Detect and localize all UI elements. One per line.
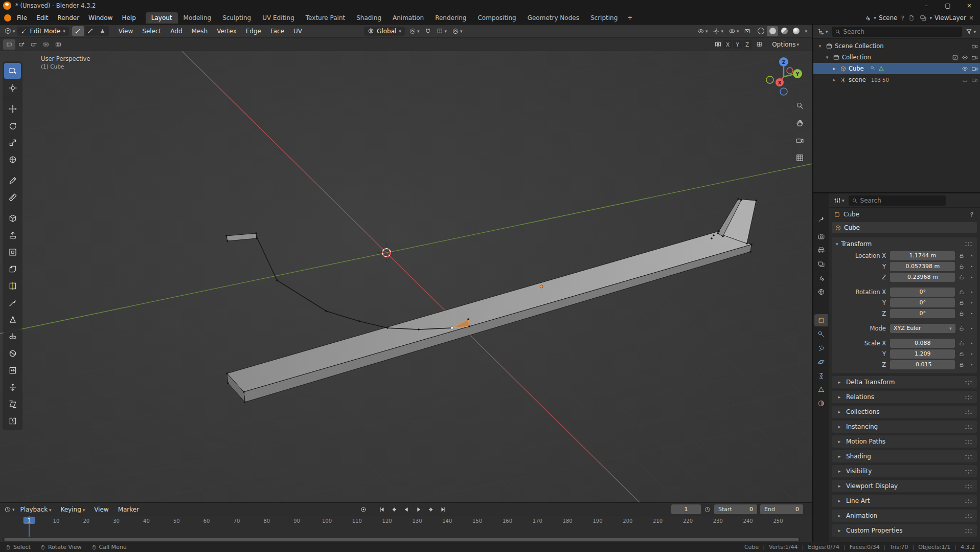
panel-grip[interactable]: [965, 425, 973, 429]
remove-viewlayer-icon[interactable]: ×: [969, 14, 974, 21]
new-scene-icon[interactable]: [908, 15, 915, 21]
viewport-menu-uv[interactable]: UV: [289, 26, 307, 36]
workspace-tab-sculpting[interactable]: Sculpting: [217, 12, 257, 24]
add-workspace-button[interactable]: +: [623, 13, 636, 23]
3d-viewport[interactable]: Z Y X User Perspective (1) Cube: [0, 51, 812, 502]
properties-editor-type-button[interactable]: ▾: [833, 196, 846, 205]
tool-measure-button[interactable]: [4, 189, 21, 205]
properties-tab-world[interactable]: [814, 285, 828, 298]
viewport-menu-edge[interactable]: Edge: [241, 26, 266, 36]
hide-viewport-icon[interactable]: [962, 65, 968, 72]
value-field[interactable]: 0°: [890, 288, 955, 297]
properties-search-input[interactable]: Search: [849, 195, 946, 206]
panel-grip[interactable]: [965, 395, 973, 400]
gizmo-z-neg-axis[interactable]: [780, 88, 787, 95]
navigation-gizmo[interactable]: Z Y X: [766, 57, 802, 95]
animate-dot-button[interactable]: [968, 325, 976, 332]
workspace-tab-animation[interactable]: Animation: [387, 12, 429, 24]
proportional-edit-button[interactable]: ▾: [451, 27, 464, 35]
pin-icon[interactable]: [900, 15, 906, 21]
panel-line-art[interactable]: ▸Line Art: [832, 495, 977, 507]
tool-spin-button[interactable]: [4, 328, 21, 344]
workspace-tab-scripting[interactable]: Scripting: [585, 12, 623, 24]
shading-dropdown-button[interactable]: ▾: [805, 29, 807, 34]
animate-dot-button[interactable]: [968, 362, 976, 368]
animate-dot-button[interactable]: [968, 300, 976, 306]
properties-tab-material[interactable]: [814, 397, 828, 409]
timeline-scrollbar[interactable]: [3, 538, 800, 541]
tool-bevel-button[interactable]: [4, 261, 21, 277]
viewport-menu-vertex[interactable]: Vertex: [212, 26, 241, 36]
panel-collections[interactable]: ▸Collections: [832, 406, 977, 418]
ortho-toggle-button[interactable]: [794, 152, 805, 163]
value-field[interactable]: 0.057398 m: [890, 262, 955, 271]
panel-relations[interactable]: ▸Relations: [832, 391, 977, 403]
outliner-row-cube[interactable]: ▸ Cube: [813, 63, 980, 74]
select-mode-subtract-button[interactable]: [28, 39, 40, 50]
tool-rotate-button[interactable]: [4, 118, 21, 134]
menu-window[interactable]: Window: [84, 13, 117, 23]
viewport-menu-select[interactable]: Select: [138, 26, 166, 36]
outliner-row-scene-object[interactable]: ▸ scene 103 50: [813, 74, 980, 85]
outliner-editor-type-button[interactable]: ▾: [816, 28, 829, 36]
snap-uv-button[interactable]: [753, 39, 765, 50]
properties-tab-scene[interactable]: [814, 272, 828, 284]
xray-toggle-button[interactable]: [743, 27, 752, 35]
tool-scale-button[interactable]: [4, 135, 21, 150]
animate-dot-button[interactable]: [968, 340, 976, 346]
jump-prev-keyframe-button[interactable]: [389, 504, 400, 515]
workspace-tab-uv-editing[interactable]: UV Editing: [257, 12, 300, 24]
lock-button[interactable]: [955, 289, 968, 295]
lock-button[interactable]: [955, 325, 968, 332]
panel-visibility[interactable]: ▸Visibility: [832, 465, 977, 477]
panel-grip[interactable]: [965, 410, 973, 414]
tool-annotate-button[interactable]: [4, 172, 21, 188]
lock-button[interactable]: [955, 340, 968, 346]
properties-tab-data[interactable]: [814, 383, 828, 395]
face-select-button[interactable]: [97, 26, 109, 36]
tool-smooth-button[interactable]: [4, 345, 21, 361]
visibility-dropdown-button[interactable]: ▾: [696, 27, 709, 35]
mirror-y-toggle[interactable]: Y: [733, 40, 742, 49]
transform-panel-header[interactable]: ▾ Transform: [832, 237, 977, 250]
options-dropdown[interactable]: Options▾: [771, 40, 800, 49]
viewport-menu-add[interactable]: Add: [166, 26, 187, 36]
properties-tab-tool[interactable]: [814, 213, 828, 225]
gizmos-dropdown-button[interactable]: ▾: [712, 27, 724, 35]
animate-dot-button[interactable]: [968, 289, 976, 295]
close-button[interactable]: ×: [959, 0, 980, 11]
pan-button[interactable]: [794, 117, 805, 128]
tool-edge-slide-button[interactable]: [4, 362, 21, 378]
properties-tab-view-layer[interactable]: [814, 258, 828, 270]
panel-grip[interactable]: [965, 380, 973, 385]
menu-render[interactable]: Render: [53, 13, 84, 23]
timeline-editor-type-button[interactable]: ▾: [3, 505, 16, 514]
outliner-row-collection[interactable]: ▾ Collection: [813, 52, 980, 63]
workspace-tab-shading[interactable]: Shading: [351, 12, 387, 24]
outliner-row-scene-collection[interactable]: ▾ Scene Collection: [813, 40, 980, 52]
panel-grip[interactable]: [965, 454, 973, 459]
jump-end-button[interactable]: [438, 504, 449, 515]
properties-tab-modifiers[interactable]: [814, 328, 828, 340]
select-mode-invert-button[interactable]: [40, 39, 52, 50]
animate-dot-button[interactable]: [968, 311, 976, 317]
tool-move-button[interactable]: [4, 101, 21, 117]
panel-delta-transform[interactable]: ▸Delta Transform: [832, 376, 977, 388]
timeline-menu-view[interactable]: View: [89, 504, 113, 515]
snap-toggle-button[interactable]: [423, 27, 432, 35]
gizmo-y-neg-axis[interactable]: [766, 76, 773, 83]
properties-tab-object[interactable]: [814, 314, 828, 326]
lock-button[interactable]: [955, 263, 968, 270]
vertex-select-button[interactable]: [72, 26, 84, 36]
jump-start-button[interactable]: [376, 504, 388, 515]
viewport-menu-view[interactable]: View: [114, 26, 138, 36]
value-field[interactable]: 1.1744 m: [890, 251, 955, 260]
tool-shrink-fatten-button[interactable]: [4, 379, 21, 395]
disable-render-icon[interactable]: [971, 77, 978, 83]
mode-dropdown[interactable]: Edit Mode ▾: [17, 27, 69, 36]
lock-button[interactable]: [955, 300, 968, 306]
value-field[interactable]: 0°: [890, 298, 955, 307]
select-mode-intersect-button[interactable]: [52, 39, 64, 50]
outliner-filter-button[interactable]: ▾: [965, 28, 977, 35]
panel-viewport-display[interactable]: ▸Viewport Display: [832, 480, 977, 492]
